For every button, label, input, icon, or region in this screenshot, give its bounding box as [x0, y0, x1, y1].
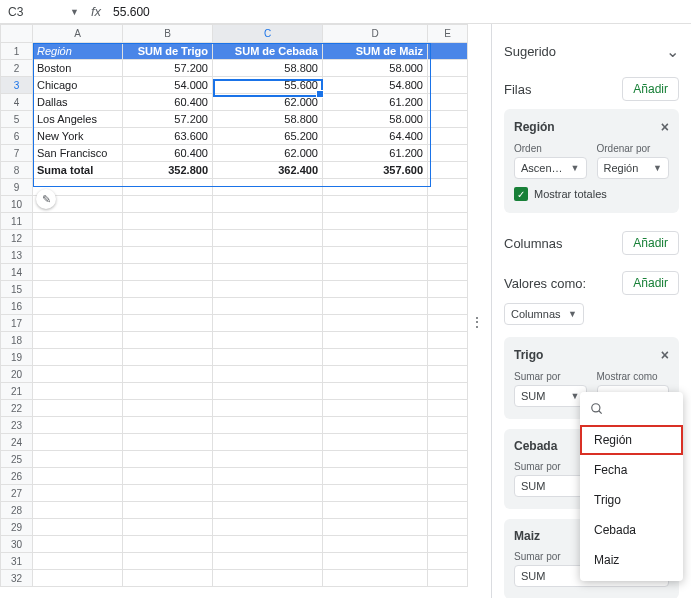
close-icon[interactable]: ×	[661, 347, 669, 363]
empty-cell[interactable]	[213, 570, 323, 587]
empty-cell[interactable]	[428, 366, 468, 383]
row-header[interactable]: 16	[1, 298, 33, 315]
empty-cell[interactable]	[123, 281, 213, 298]
row-header[interactable]: 22	[1, 400, 33, 417]
row-header[interactable]: 20	[1, 366, 33, 383]
data-cell[interactable]: Chicago	[33, 77, 123, 94]
row-header[interactable]: 24	[1, 434, 33, 451]
empty-cell[interactable]	[123, 434, 213, 451]
row-header[interactable]: 13	[1, 247, 33, 264]
empty-cell[interactable]	[123, 502, 213, 519]
empty-cell[interactable]	[123, 179, 213, 196]
column-header[interactable]: B	[123, 25, 213, 43]
empty-cell[interactable]	[323, 417, 428, 434]
data-cell[interactable]: San Francisco	[33, 145, 123, 162]
empty-cell[interactable]	[428, 60, 468, 77]
empty-cell[interactable]	[213, 230, 323, 247]
suggested-label[interactable]: Sugerido	[504, 44, 556, 59]
empty-cell[interactable]	[323, 400, 428, 417]
empty-cell[interactable]	[123, 536, 213, 553]
empty-cell[interactable]	[123, 451, 213, 468]
popup-item-trigo[interactable]: Trigo	[580, 485, 683, 515]
row-header[interactable]: 26	[1, 468, 33, 485]
empty-cell[interactable]	[323, 247, 428, 264]
empty-cell[interactable]	[213, 332, 323, 349]
row-header[interactable]: 11	[1, 213, 33, 230]
empty-cell[interactable]	[428, 383, 468, 400]
total-cell[interactable]: 357.600	[323, 162, 428, 179]
popup-item-maiz[interactable]: Maiz	[580, 545, 683, 575]
empty-cell[interactable]	[428, 230, 468, 247]
empty-cell[interactable]	[323, 349, 428, 366]
row-header[interactable]: 12	[1, 230, 33, 247]
row-header[interactable]: 31	[1, 553, 33, 570]
empty-cell[interactable]	[323, 281, 428, 298]
empty-cell[interactable]	[123, 315, 213, 332]
row-header[interactable]: 15	[1, 281, 33, 298]
empty-cell[interactable]	[213, 247, 323, 264]
empty-cell[interactable]	[33, 349, 123, 366]
empty-cell[interactable]	[428, 43, 468, 60]
values-as-dropdown[interactable]: Columnas▼	[504, 303, 584, 325]
empty-cell[interactable]	[33, 298, 123, 315]
empty-cell[interactable]	[323, 196, 428, 213]
empty-cell[interactable]	[428, 451, 468, 468]
empty-cell[interactable]	[33, 383, 123, 400]
row-header[interactable]: 21	[1, 383, 33, 400]
data-cell[interactable]: 58.800	[213, 111, 323, 128]
empty-cell[interactable]	[323, 451, 428, 468]
empty-cell[interactable]	[33, 519, 123, 536]
empty-cell[interactable]	[123, 213, 213, 230]
data-cell[interactable]: 61.200	[323, 94, 428, 111]
empty-cell[interactable]	[428, 349, 468, 366]
empty-cell[interactable]	[428, 519, 468, 536]
data-cell[interactable]: 62.000	[213, 145, 323, 162]
row-header[interactable]: 3	[1, 77, 33, 94]
empty-cell[interactable]	[33, 536, 123, 553]
empty-cell[interactable]	[33, 570, 123, 587]
data-cell[interactable]: 57.200	[123, 60, 213, 77]
close-icon[interactable]: ×	[661, 119, 669, 135]
empty-cell[interactable]	[213, 315, 323, 332]
empty-cell[interactable]	[33, 451, 123, 468]
total-cell[interactable]: 352.800	[123, 162, 213, 179]
total-label-cell[interactable]: Suma total	[33, 162, 123, 179]
empty-cell[interactable]	[428, 570, 468, 587]
formula-value[interactable]: 55.600	[113, 5, 150, 19]
trigo-sum-dropdown[interactable]: SUM▼	[514, 385, 587, 407]
empty-cell[interactable]	[33, 468, 123, 485]
row-header[interactable]: 32	[1, 570, 33, 587]
empty-cell[interactable]	[323, 366, 428, 383]
add-values-button[interactable]: Añadir	[622, 271, 679, 295]
data-cell[interactable]: 63.600	[123, 128, 213, 145]
empty-cell[interactable]	[213, 485, 323, 502]
row-header[interactable]: 7	[1, 145, 33, 162]
empty-cell[interactable]	[33, 366, 123, 383]
empty-cell[interactable]	[213, 502, 323, 519]
chevron-down-icon[interactable]: ⌄	[666, 42, 679, 61]
empty-cell[interactable]	[123, 383, 213, 400]
row-header[interactable]: 18	[1, 332, 33, 349]
empty-cell[interactable]	[428, 553, 468, 570]
column-header[interactable]: A	[33, 25, 123, 43]
row-header[interactable]: 4	[1, 94, 33, 111]
data-cell[interactable]: 58.000	[323, 111, 428, 128]
data-cell[interactable]: 57.200	[123, 111, 213, 128]
empty-cell[interactable]	[323, 298, 428, 315]
empty-cell[interactable]	[123, 298, 213, 315]
empty-cell[interactable]	[428, 400, 468, 417]
empty-cell[interactable]	[213, 264, 323, 281]
row-header[interactable]: 19	[1, 349, 33, 366]
data-cell[interactable]: 60.400	[123, 145, 213, 162]
empty-cell[interactable]	[323, 553, 428, 570]
empty-cell[interactable]	[123, 332, 213, 349]
empty-cell[interactable]	[323, 315, 428, 332]
empty-cell[interactable]	[213, 434, 323, 451]
empty-cell[interactable]	[428, 468, 468, 485]
empty-cell[interactable]	[213, 366, 323, 383]
empty-cell[interactable]	[213, 536, 323, 553]
empty-cell[interactable]	[123, 468, 213, 485]
empty-cell[interactable]	[428, 77, 468, 94]
empty-cell[interactable]	[33, 485, 123, 502]
data-cell[interactable]: 58.000	[323, 60, 428, 77]
